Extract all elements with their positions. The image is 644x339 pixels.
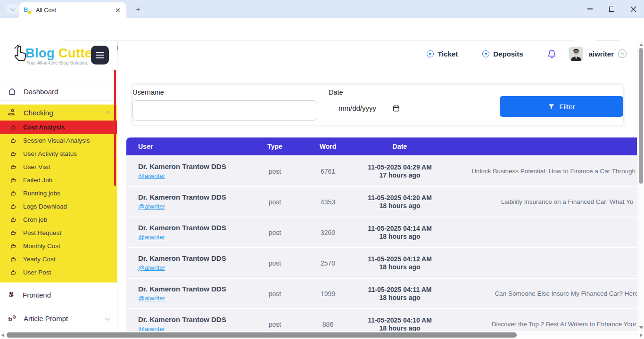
logo-tagline: Your All-in-One Blog Solution.: [26, 60, 88, 65]
user-name: Dr. Kameron Trantow DDS: [138, 315, 249, 324]
user-name: Dr. Kameron Trantow DDS: [138, 285, 249, 294]
logo-block[interactable]: Blog Cutter Your All-in-One Blog Solutio…: [0, 41, 117, 75]
navigation-bar: wordpressaiwriter.test/admin/check/cost/…: [0, 18, 644, 41]
cell-word: 6761: [301, 168, 355, 175]
sidebar-item-frontend[interactable]: Frontend: [0, 285, 117, 304]
sidebar-subitem[interactable]: Post Request: [0, 226, 117, 239]
thumbs-up-icon: [10, 190, 17, 196]
scroll-right-arrow[interactable]: [640, 333, 643, 337]
cell-date: 11-05-2025 04:20 AM: [355, 194, 445, 202]
username-field-label: Username: [132, 89, 317, 96]
cell-date: 11-05-2025 04:12 AM: [355, 255, 445, 263]
column-header-date: Date: [355, 143, 445, 150]
filter-card: Username Date mm/dd/yyyy Filter: [132, 85, 623, 125]
thumbs-up-icon: [10, 177, 17, 183]
table-row: Dr. Kameron Trantow DDS @aiwriter post 6…: [126, 156, 637, 186]
ticket-label: Ticket: [438, 50, 458, 58]
ticket-link[interactable]: Ticket: [427, 50, 458, 58]
sidebar-item-dashboard[interactable]: Dashboard: [0, 82, 117, 101]
sidebar-subitem[interactable]: Logs Download: [0, 200, 117, 213]
cell-time-ago: 18 hours ago: [355, 202, 445, 210]
user-handle-link[interactable]: @aiwriter: [138, 234, 165, 241]
vertical-scrollbar[interactable]: [637, 41, 644, 331]
sidebar-subitem-label: User Visit: [23, 163, 50, 170]
deposits-link[interactable]: Deposits: [482, 50, 523, 58]
scroll-down-arrow[interactable]: [639, 326, 643, 329]
cell-word: 1999: [301, 290, 355, 298]
horizontal-scrollbar-thumb[interactable]: [7, 332, 517, 338]
sidebar-item-article-prompt[interactable]: b Article Prompt: [0, 309, 117, 328]
sidebar-toggle-button[interactable]: [91, 46, 109, 65]
user-name: Dr. Kameron Trantow DDS: [138, 224, 249, 233]
date-placeholder[interactable]: mm/dd/yyyy: [339, 104, 376, 112]
sidebar-subitem[interactable]: User Post: [0, 266, 117, 279]
scroll-up-arrow[interactable]: [639, 43, 643, 46]
sidebar-menu: Dashboard Checking Cost Analysis Ses: [0, 82, 117, 328]
sidebar-group-checking[interactable]: Checking: [0, 105, 117, 121]
user-avatar[interactable]: [569, 47, 583, 61]
new-tab-button[interactable]: [133, 4, 143, 15]
thumbs-up-icon: [10, 151, 17, 157]
checking-submenu: Cost Analysis Session Visual Analysis Us…: [0, 121, 117, 282]
cell-word: 3260: [301, 229, 355, 236]
browser-tab[interactable]: B All Cost: [19, 2, 126, 18]
sidebar-subitem-label: Yearly Cost: [23, 256, 56, 263]
user-handle-link[interactable]: @aiwriter: [138, 264, 165, 271]
cell-title: Discover the Top 2 Best AI Writers to En…: [445, 320, 637, 329]
tab-search-button[interactable]: [7, 4, 19, 14]
column-header-type: Type: [249, 143, 301, 150]
window-restore-button[interactable]: [601, 0, 622, 18]
sidebar-group-label: Checking: [24, 109, 53, 117]
calendar-icon[interactable]: [392, 104, 400, 112]
sidebar-item-label: Article Prompt: [24, 315, 68, 323]
tab-close-icon[interactable]: [114, 6, 122, 14]
user-name: Dr. Kameron Trantow DDS: [138, 193, 249, 202]
scroll-left-arrow[interactable]: [1, 333, 4, 337]
cell-type: post: [249, 259, 301, 267]
table-row: Dr. Kameron Trantow DDS @aiwriter post 1…: [126, 279, 637, 308]
sidebar-subitem[interactable]: Yearly Cost: [0, 252, 117, 266]
horizontal-scrollbar[interactable]: [0, 331, 644, 339]
user-handle-link[interactable]: @aiwriter: [138, 203, 165, 210]
browser-window: B All Cost wordpressaiwriter.test/admin/…: [0, 0, 644, 339]
user-name: Dr. Kameron Trantow DDS: [138, 254, 249, 263]
sidebar-subitem[interactable]: User Activity status: [0, 147, 117, 160]
sidebar-subitem-label: Post Request: [23, 229, 61, 236]
sidebar-subitem[interactable]: Running jobs: [0, 186, 117, 200]
chevron-down-icon: [620, 50, 624, 54]
date-input[interactable]: mm/dd/yyyy: [329, 104, 400, 112]
user-menu-chevron[interactable]: [618, 49, 627, 58]
thumbs-up-icon: [10, 124, 17, 130]
cell-time-ago: 18 hours ago: [355, 263, 445, 271]
table-row: Dr. Kameron Trantow DDS @aiwriter post 8…: [126, 309, 637, 331]
cell-word: 886: [301, 321, 355, 328]
sidebar-subitem[interactable]: Cost Analysis: [0, 121, 117, 134]
sidebar: Blog Cutter Your All-in-One Blog Solutio…: [0, 41, 117, 331]
sidebar-subitem-label: Cost Analysis: [23, 124, 65, 131]
cell-type: post: [249, 198, 301, 206]
thumbs-up-icon: [10, 243, 17, 249]
sidebar-scrollbar-thumb[interactable]: [114, 70, 116, 186]
cell-title: Unlock Business Potential: How to Financ…: [445, 167, 637, 176]
username-input[interactable]: [132, 100, 317, 121]
window-minimize-button[interactable]: [579, 0, 601, 18]
window-close-button[interactable]: [622, 0, 644, 18]
user-handle-link[interactable]: @aiwriter: [138, 325, 165, 331]
sidebar-subitem-label: User Activity status: [23, 150, 77, 157]
sidebar-subitem[interactable]: Cron job: [0, 213, 117, 226]
cost-table: User Type Word Date Dr. Kameron Trantow …: [126, 137, 637, 331]
sidebar-subitem[interactable]: Monthly Cost: [0, 239, 117, 252]
site-favicon: B: [24, 6, 32, 14]
sidebar-subitem[interactable]: Session Visual Analysis: [0, 134, 117, 147]
filter-button[interactable]: Filter: [500, 96, 623, 117]
sidebar-subitem[interactable]: User Visit: [0, 160, 117, 173]
user-handle-link[interactable]: @aiwriter: [138, 295, 165, 302]
vertical-scrollbar-thumb[interactable]: [639, 48, 643, 184]
sidebar-subitem-label: User Post: [23, 269, 51, 276]
notifications-button[interactable]: [547, 49, 557, 59]
username-label[interactable]: aiwriter: [589, 50, 614, 58]
user-handle-link[interactable]: @aiwriter: [138, 172, 165, 179]
sidebar-subitem[interactable]: Failed Job: [0, 173, 117, 186]
hand-coins-icon: [8, 108, 17, 117]
cell-time-ago: 18 hours ago: [355, 324, 445, 331]
